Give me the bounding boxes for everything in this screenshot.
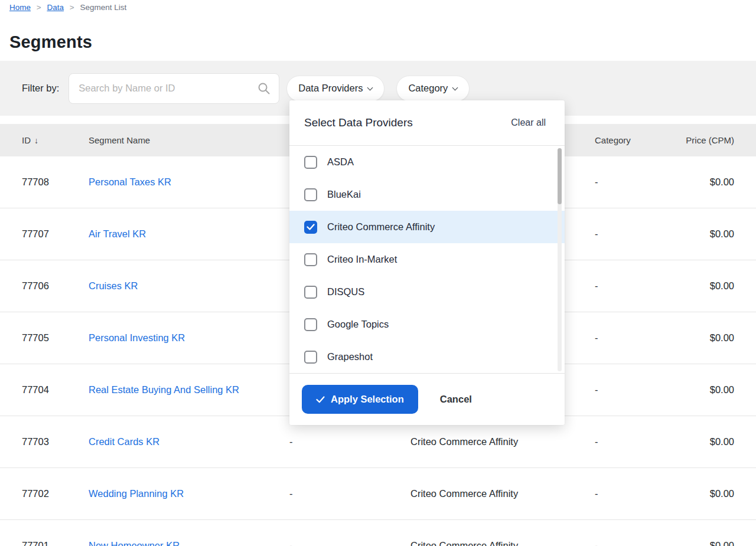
dropdown-footer: Apply Selection Cancel (289, 373, 565, 425)
column-header-price[interactable]: Price (CPM) (651, 135, 734, 145)
segment-id: 77706 (22, 280, 89, 292)
category-filter-button[interactable]: Category (396, 76, 470, 102)
filter-by-label: Filter by: (22, 83, 59, 94)
segment-price: $0.00 (651, 488, 734, 499)
column-header-id-label: ID (22, 135, 31, 145)
page-title: Segments (9, 31, 756, 53)
provider-option-google-topics[interactable]: Google Topics (289, 308, 565, 341)
table-row: 77701 New Homeowner KR - Criteo Commerce… (0, 520, 756, 546)
segment-category: - (595, 332, 651, 344)
segment-price: $0.00 (651, 332, 734, 344)
sort-descending-icon: ↓ (34, 136, 38, 145)
checkbox[interactable] (304, 286, 317, 299)
segment-id: 77708 (22, 176, 89, 188)
segment-provider: Criteo Commerce Affinity (410, 540, 595, 546)
segment-category: - (595, 280, 651, 292)
segment-name-link[interactable]: Air Travel KR (89, 228, 146, 239)
breadcrumb-current: Segment List (80, 3, 126, 12)
provider-option-criteo-commerce-affinity[interactable]: Criteo Commerce Affinity (289, 211, 565, 243)
segment-price: $0.00 (651, 384, 734, 395)
segment-name-link[interactable]: Personal Investing KR (89, 332, 185, 343)
segment-id: 77704 (22, 384, 89, 395)
column-header-id[interactable]: ID ↓ (22, 135, 89, 145)
segment-price: $0.00 (651, 540, 734, 546)
provider-option-label: Criteo Commerce Affinity (327, 221, 435, 233)
provider-option-asda[interactable]: ASDA (289, 146, 565, 178)
provider-option-label: BlueKai (327, 189, 361, 200)
provider-option-label: Grapeshot (327, 351, 373, 362)
provider-option-label: ASDA (327, 156, 354, 168)
segment-provider: Criteo Commerce Affinity (410, 436, 595, 447)
segment-col3: - (289, 436, 410, 447)
breadcrumb-separator: > (37, 3, 41, 12)
segment-price: $0.00 (651, 228, 734, 240)
segment-id: 77702 (22, 488, 89, 499)
dropdown-title: Select Data Providers (304, 116, 413, 129)
breadcrumb: Home > Data > Segment List (0, 0, 756, 12)
segment-id: 77707 (22, 228, 89, 240)
checkbox[interactable] (304, 188, 317, 201)
segment-col3: - (289, 540, 410, 546)
segment-name-link[interactable]: Cruises KR (89, 280, 138, 291)
check-icon (316, 396, 325, 403)
apply-selection-button[interactable]: Apply Selection (302, 385, 418, 414)
segment-category: - (595, 540, 651, 546)
breadcrumb-home-link[interactable]: Home (9, 3, 31, 12)
provider-option-bluekai[interactable]: BlueKai (289, 178, 565, 211)
segment-name-link[interactable]: Personal Taxes KR (89, 176, 171, 187)
segment-name-link[interactable]: Credit Cards KR (89, 436, 159, 447)
segment-id: 77703 (22, 436, 89, 447)
chevron-down-icon (367, 84, 373, 90)
provider-options-list: ASDA BlueKai Criteo Commerce Affinity Cr… (289, 146, 565, 373)
checkbox[interactable] (304, 318, 317, 331)
segment-name-link[interactable]: New Homeowner KR (89, 540, 180, 546)
clear-all-link[interactable]: Clear all (511, 117, 546, 128)
segment-category: - (595, 488, 651, 499)
search-box (69, 73, 279, 104)
data-providers-filter-button[interactable]: Data Providers (286, 76, 384, 102)
provider-option-criteo-in-market[interactable]: Criteo In-Market (289, 243, 565, 276)
segment-category: - (595, 384, 651, 395)
dropdown-header: Select Data Providers Clear all (289, 100, 565, 146)
dropdown-scrollbar[interactable] (558, 148, 562, 371)
table-row: 77702 Wedding Planning KR - Criteo Comme… (0, 468, 756, 520)
search-icon (257, 81, 271, 96)
segment-provider: Criteo Commerce Affinity (410, 488, 595, 499)
breadcrumb-separator: > (70, 3, 74, 12)
chevron-down-icon (452, 84, 458, 90)
apply-selection-label: Apply Selection (331, 394, 404, 405)
provider-option-disqus[interactable]: DISQUS (289, 276, 565, 308)
data-providers-filter-label: Data Providers (298, 83, 363, 94)
checkbox[interactable] (304, 156, 317, 169)
segment-category: - (595, 176, 651, 188)
scrollbar-thumb[interactable] (558, 148, 562, 204)
segment-name-link[interactable]: Wedding Planning KR (89, 488, 184, 499)
segment-price: $0.00 (651, 280, 734, 292)
checkbox[interactable] (304, 253, 317, 266)
segment-price: $0.00 (651, 436, 734, 447)
segments-page: Home > Data > Segment List Segments Filt… (0, 0, 756, 546)
segment-price: $0.00 (651, 176, 734, 188)
column-header-category[interactable]: Category (595, 135, 651, 145)
column-header-name[interactable]: Segment Name (89, 135, 289, 145)
segment-category: - (595, 228, 651, 240)
cancel-button[interactable]: Cancel (440, 394, 472, 405)
category-filter-label: Category (408, 83, 448, 94)
checkbox[interactable] (304, 351, 317, 364)
provider-option-label: DISQUS (327, 286, 364, 297)
segment-category: - (595, 436, 651, 447)
checkbox-checked[interactable] (304, 221, 317, 234)
provider-option-grapeshot[interactable]: Grapeshot (289, 341, 565, 373)
data-providers-dropdown: Select Data Providers Clear all ASDA Blu… (289, 100, 565, 425)
provider-option-label: Google Topics (327, 319, 389, 330)
segment-id: 77701 (22, 540, 89, 546)
search-input[interactable] (69, 73, 279, 104)
segment-name-link[interactable]: Real Estate Buying And Selling KR (89, 384, 239, 395)
segment-id: 77705 (22, 332, 89, 344)
breadcrumb-data-link[interactable]: Data (47, 3, 64, 12)
segment-col3: - (289, 488, 410, 499)
provider-option-label: Criteo In-Market (327, 254, 397, 265)
